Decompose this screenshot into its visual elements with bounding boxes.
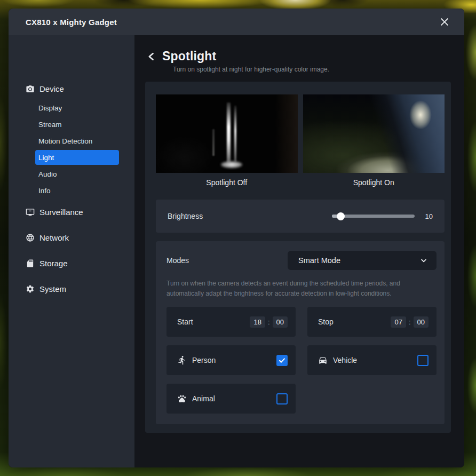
close-icon[interactable] [439, 16, 450, 28]
sidebar-item-label: System [39, 284, 66, 293]
stop-label: Stop [318, 318, 391, 326]
person-checkbox[interactable] [276, 355, 288, 366]
sd-card-icon [26, 259, 35, 268]
spotlight-on-label: Spotlight On [303, 178, 445, 187]
mode-selected-value: Smart Mode [298, 256, 419, 265]
monitor-icon [26, 208, 35, 217]
camera-icon [26, 84, 35, 93]
person-running-icon [177, 355, 187, 365]
time-colon: : [268, 318, 270, 326]
start-label: Start [177, 318, 250, 326]
animal-detect-row: Animal [166, 384, 296, 414]
sidebar-item-label: Network [39, 233, 69, 242]
mode-select[interactable]: Smart Mode [288, 251, 437, 270]
modes-card: Modes Smart Mode Turn on when the camera… [156, 241, 445, 424]
chevron-down-icon [419, 256, 428, 265]
titlebar: CX810 x Mighty Gadget [9, 9, 464, 35]
sidebar-item-label: Device [39, 84, 64, 93]
sidebar-item-display[interactable]: Display [35, 100, 119, 115]
sidebar-item-stream[interactable]: Stream [35, 117, 119, 132]
stop-time-picker: 07 : 00 [391, 316, 429, 328]
sidebar-item-network[interactable]: Network [9, 229, 134, 246]
spotlight-off-preview-image [156, 94, 298, 173]
mode-description: Turn on when the camera detects an event… [166, 279, 437, 298]
sidebar-item-label: Storage [39, 259, 68, 268]
sidebar-item-audio[interactable]: Audio [35, 166, 119, 181]
animal-label: Animal [192, 394, 215, 403]
animal-checkbox[interactable] [276, 393, 288, 404]
spotlight-on-preview-image [303, 94, 445, 173]
brightness-slider[interactable] [332, 215, 415, 218]
person-detect-row: Person [166, 345, 296, 375]
spotlight-off-label: Spotlight Off [156, 178, 298, 187]
vehicle-detect-row: Vehicle [307, 345, 437, 375]
globe-icon [26, 233, 35, 242]
stop-minute-field[interactable]: 00 [414, 316, 429, 328]
sidebar: Device Display Stream Motion Detection L… [9, 35, 134, 467]
slider-thumb[interactable] [337, 212, 345, 220]
back-icon[interactable] [146, 51, 157, 62]
page-subtitle: Turn on spotlight at night for higher-qu… [173, 66, 464, 73]
main-content: Spotlight Turn on spotlight at night for… [134, 35, 464, 467]
time-colon: : [409, 318, 411, 326]
paw-icon [177, 394, 187, 403]
person-label: Person [192, 356, 216, 364]
sidebar-item-surveillance[interactable]: Surveillance [9, 203, 134, 220]
brightness-value: 10 [415, 212, 433, 220]
spotlight-panel: Spotlight Off Spotlight On Brightness 10 [145, 82, 451, 433]
sidebar-item-light[interactable]: Light [35, 150, 119, 165]
gear-icon [26, 284, 35, 293]
brightness-label: Brightness [168, 212, 332, 220]
settings-modal: CX810 x Mighty Gadget Device Display Str… [9, 9, 464, 467]
start-minute-field[interactable]: 00 [273, 316, 288, 328]
stop-hour-field[interactable]: 07 [391, 316, 406, 328]
start-hour-field[interactable]: 18 [250, 316, 265, 328]
brightness-row: Brightness 10 [156, 200, 445, 233]
vehicle-checkbox[interactable] [417, 355, 429, 366]
modes-label: Modes [166, 256, 288, 265]
page-title: Spotlight [162, 49, 216, 64]
sidebar-item-storage[interactable]: Storage [9, 255, 134, 272]
sidebar-item-label: Surveillance [39, 208, 83, 217]
sidebar-item-system[interactable]: System [9, 280, 134, 297]
sidebar-item-device[interactable]: Device [9, 80, 134, 97]
start-time-row: Start 18 : 00 [166, 307, 296, 337]
stop-time-row: Stop 07 : 00 [307, 307, 437, 337]
car-icon [318, 355, 328, 365]
sidebar-item-info[interactable]: Info [35, 183, 119, 198]
vehicle-label: Vehicle [333, 356, 357, 364]
start-time-picker: 18 : 00 [250, 316, 288, 328]
sidebar-item-motion-detection[interactable]: Motion Detection [35, 133, 119, 148]
window-title: CX810 x Mighty Gadget [26, 18, 439, 27]
device-sub-list: Display Stream Motion Detection Light Au… [9, 100, 134, 198]
